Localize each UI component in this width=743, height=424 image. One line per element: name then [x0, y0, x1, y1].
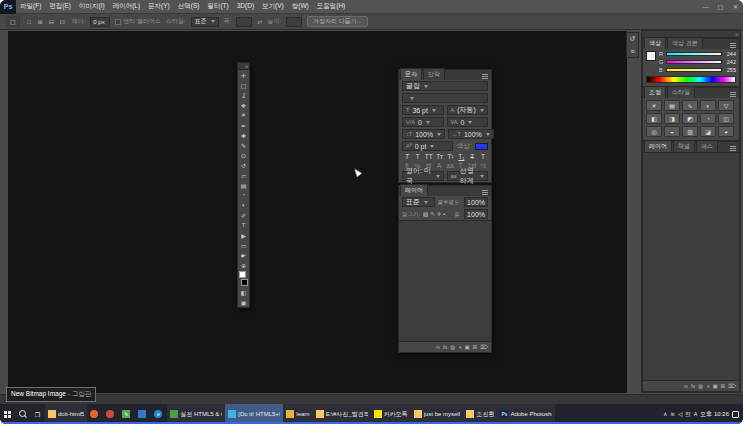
- threshold-icon[interactable]: ◪: [700, 126, 716, 137]
- link-layers-icon[interactable]: ∞: [684, 383, 688, 389]
- network-icon[interactable]: ≋: [670, 411, 675, 417]
- width-input[interactable]: [236, 17, 252, 27]
- start-button[interactable]: [0, 404, 15, 424]
- hand-tool[interactable]: ☛: [238, 250, 249, 260]
- healing-brush-tool[interactable]: ✚: [238, 130, 249, 140]
- menu-item[interactable]: 도움말(H): [313, 2, 350, 11]
- text-style-button[interactable]: TT: [425, 153, 433, 160]
- font-style-select[interactable]: [402, 93, 488, 103]
- pen-tool[interactable]: ✐: [238, 210, 249, 220]
- panel-menu-icon[interactable]: [730, 45, 736, 46]
- taskbar-clock[interactable]: 오후 10:26: [700, 410, 729, 419]
- text-style-button[interactable]: T¹: [447, 153, 455, 160]
- lock-transparency-icon[interactable]: ▨: [423, 211, 428, 217]
- slider-track[interactable]: [666, 52, 722, 56]
- adjustment-layer-icon[interactable]: ◑: [458, 344, 461, 350]
- menu-item[interactable]: 문자(Y): [144, 2, 174, 11]
- posterize-icon[interactable]: ▥: [682, 126, 698, 137]
- channel-value[interactable]: 255: [724, 67, 736, 73]
- hue-saturation-icon[interactable]: ◧: [646, 113, 662, 124]
- new-group-icon[interactable]: ▣: [464, 344, 469, 350]
- eyedropper-tool[interactable]: ✒: [238, 120, 249, 130]
- lasso-tool[interactable]: ʆ: [238, 90, 249, 100]
- layer-effects-icon[interactable]: fx: [691, 383, 695, 389]
- close-button[interactable]: ✕: [728, 0, 743, 14]
- blur-tool[interactable]: ◔: [238, 190, 249, 200]
- fill-input[interactable]: 100%: [464, 209, 488, 219]
- layer-mask-icon[interactable]: ◍: [450, 344, 455, 350]
- opentype-button[interactable]: aa: [446, 162, 454, 169]
- crop-tool[interactable]: #: [238, 110, 249, 120]
- tab-color[interactable]: 색상: [644, 37, 666, 49]
- menu-item[interactable]: 선택(S): [174, 2, 204, 11]
- tab-adjustments[interactable]: 조정: [644, 86, 666, 98]
- add-selection-icon[interactable]: ⊞: [36, 17, 45, 26]
- feather-input[interactable]: 0 px: [90, 17, 110, 27]
- vertical-scale-input[interactable]: ↕T100%: [402, 129, 445, 139]
- levels-icon[interactable]: ▤: [664, 100, 680, 111]
- tab-styles[interactable]: 스타일: [667, 86, 695, 98]
- text-style-button[interactable]: T₁: [457, 153, 465, 160]
- invert-icon[interactable]: ◒: [664, 126, 680, 137]
- tab-paragraph[interactable]: 단락: [423, 68, 445, 80]
- taskbar-item-doit-html5[interactable]: doit-html5: [45, 404, 87, 424]
- taskbar-item-justbemyself[interactable]: just be myself: [411, 404, 464, 424]
- new-layer-icon[interactable]: ⊞: [721, 383, 726, 389]
- eraser-tool[interactable]: ▱: [238, 170, 249, 180]
- zoom-tool[interactable]: ⊕: [238, 260, 249, 270]
- path-selection-tool[interactable]: ▶: [238, 230, 249, 240]
- panel-menu-icon[interactable]: [482, 192, 488, 193]
- text-style-button[interactable]: T: [403, 153, 411, 160]
- taskbar-item-photoshop[interactable]: Ps Adobe Photoshop: [497, 404, 555, 424]
- menu-item[interactable]: 필터(T): [203, 2, 232, 11]
- shape-tool[interactable]: ▭: [238, 240, 249, 250]
- screen-mode-button[interactable]: ▣: [238, 297, 249, 307]
- tab-channels[interactable]: 채널: [673, 140, 695, 152]
- quick-mask-button[interactable]: ◧: [238, 287, 249, 297]
- panel-menu-icon[interactable]: [482, 76, 488, 77]
- menu-item[interactable]: 3D(D): [233, 2, 258, 11]
- foreground-color-swatch[interactable]: [239, 271, 246, 278]
- delete-layer-icon[interactable]: ⌦: [480, 344, 488, 350]
- panel-menu-icon[interactable]: [730, 94, 736, 95]
- panel-menu-icon[interactable]: [730, 148, 736, 149]
- leading-select[interactable]: A(자동): [447, 105, 489, 115]
- tray-expand-icon[interactable]: ∧: [663, 411, 667, 417]
- opentype-button[interactable]: ½: [479, 162, 487, 169]
- channel-mixer-icon[interactable]: ◫: [718, 113, 734, 124]
- text-style-button[interactable]: T: [479, 153, 487, 160]
- brightness-contrast-icon[interactable]: ☀: [646, 100, 662, 111]
- volume-icon[interactable]: ◁: [678, 411, 682, 417]
- black-white-icon[interactable]: ◩: [682, 113, 698, 124]
- taskbar-item-photos-folder[interactable]: E:\#사진_발견되지 않...: [313, 404, 371, 424]
- lock-pixels-icon[interactable]: ✎: [430, 211, 435, 217]
- color-lookup-icon[interactable]: ◎: [646, 126, 662, 137]
- type-tool[interactable]: T: [238, 220, 249, 230]
- layers-list[interactable]: [399, 220, 491, 342]
- layer-effects-icon[interactable]: fx: [443, 344, 447, 350]
- language-select[interactable]: 영어: 미국: [402, 171, 444, 181]
- tab-paths[interactable]: 패스: [696, 140, 718, 152]
- lock-all-icon[interactable]: ▪: [443, 211, 445, 217]
- text-style-button[interactable]: T: [468, 153, 476, 160]
- horizontal-scale-input[interactable]: ↔T100%: [448, 129, 494, 139]
- taskbar-item-edge[interactable]: e: [151, 404, 167, 424]
- photo-filter-icon[interactable]: ◔: [700, 113, 716, 124]
- font-family-select[interactable]: 굴림: [402, 81, 488, 91]
- gradient-tool[interactable]: ▤: [238, 180, 249, 190]
- link-layers-icon[interactable]: ∞: [436, 344, 440, 350]
- blend-mode-select[interactable]: 표준: [402, 197, 435, 207]
- taskbar-item-kakaotalk[interactable]: 카카오톡: [371, 404, 411, 424]
- antialias-select[interactable]: aa선명하게: [447, 171, 489, 181]
- refine-edge-button[interactable]: 가장자리 다듬기...: [307, 16, 368, 27]
- new-layer-icon[interactable]: ⊞: [473, 344, 478, 350]
- taskbar-item-jojinhwan[interactable]: 조진환: [463, 404, 497, 424]
- taskbar-item-learn[interactable]: learn: [283, 404, 312, 424]
- ime-korean-icon[interactable]: 한: [685, 411, 691, 418]
- menu-item[interactable]: 창(W): [288, 2, 313, 11]
- height-input[interactable]: [286, 17, 302, 27]
- new-group-icon[interactable]: ▣: [712, 383, 717, 389]
- text-style-button[interactable]: T: [414, 153, 422, 160]
- current-color-swatch[interactable]: [646, 51, 656, 61]
- intersect-selection-icon[interactable]: ⊡: [58, 17, 67, 26]
